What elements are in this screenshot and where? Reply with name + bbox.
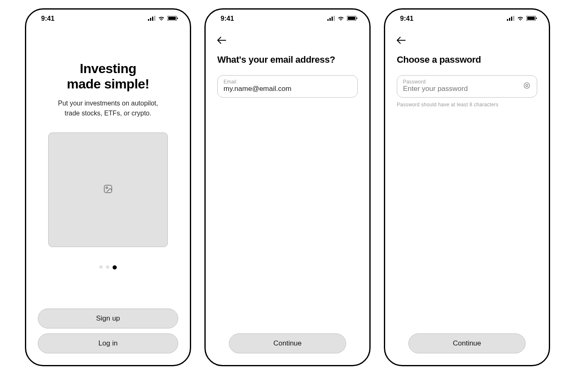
status-bar: 9:41 <box>385 10 549 28</box>
password-heading: Choose a password <box>397 54 537 65</box>
email-input[interactable] <box>224 85 351 93</box>
svg-rect-14 <box>348 17 355 20</box>
svg-rect-15 <box>356 17 357 19</box>
svg-rect-10 <box>329 18 331 21</box>
back-button[interactable] <box>397 35 408 47</box>
svg-rect-1 <box>150 18 151 21</box>
subtitle-line-2: trade stocks, ETFs, or crypto. <box>65 110 152 117</box>
back-button[interactable] <box>217 35 229 47</box>
svg-point-24 <box>526 85 528 87</box>
password-label: Password <box>403 79 531 85</box>
title-line-2: made simple! <box>67 76 150 91</box>
eye-icon <box>523 84 531 91</box>
password-screen: 9:41 Choose a password Password <box>384 8 550 366</box>
status-bar: 9:41 <box>26 10 190 28</box>
svg-rect-19 <box>513 16 514 21</box>
login-button[interactable]: Log in <box>38 333 178 353</box>
dot-3-active[interactable] <box>113 265 117 270</box>
svg-rect-11 <box>332 17 333 21</box>
svg-rect-3 <box>154 16 155 21</box>
status-time: 9:41 <box>41 15 54 22</box>
status-bar: 9:41 <box>206 10 369 28</box>
email-heading: What's your email address? <box>217 54 358 65</box>
svg-rect-18 <box>511 17 512 21</box>
status-time: 9:41 <box>400 15 413 22</box>
battery-icon <box>167 15 178 22</box>
svg-point-8 <box>106 187 108 189</box>
svg-rect-17 <box>509 18 510 21</box>
svg-rect-16 <box>507 19 508 21</box>
image-icon <box>103 184 113 196</box>
password-field-container[interactable]: Password <box>397 75 537 98</box>
svg-rect-12 <box>334 16 335 21</box>
svg-rect-22 <box>536 17 537 19</box>
continue-button[interactable]: Continue <box>408 333 526 353</box>
show-password-button[interactable] <box>523 81 531 91</box>
battery-icon <box>347 15 358 22</box>
email-screen: 9:41 What's your email address? Email C <box>204 8 371 366</box>
signal-icon <box>148 15 155 22</box>
password-input[interactable] <box>403 85 531 93</box>
signup-button[interactable]: Sign up <box>38 309 178 328</box>
signal-icon <box>507 15 514 22</box>
svg-rect-9 <box>327 19 329 21</box>
arrow-left-icon <box>397 37 406 46</box>
svg-rect-6 <box>177 17 178 19</box>
svg-point-23 <box>524 83 529 88</box>
status-icons <box>507 15 537 22</box>
battery-icon <box>526 15 537 22</box>
wifi-icon <box>337 15 344 22</box>
svg-rect-0 <box>148 19 149 21</box>
continue-button[interactable]: Continue <box>229 333 346 353</box>
email-label: Email <box>224 79 351 85</box>
dot-2[interactable] <box>106 265 109 269</box>
status-icons <box>327 15 358 22</box>
wifi-icon <box>158 15 165 22</box>
onboarding-title: Investing made simple! <box>38 61 178 92</box>
svg-rect-2 <box>152 17 153 21</box>
status-icons <box>148 15 178 22</box>
svg-rect-21 <box>527 17 535 20</box>
wifi-icon <box>517 15 524 22</box>
onboarding-subtitle: Put your investments on autopilot, trade… <box>38 98 178 118</box>
status-time: 9:41 <box>221 15 234 22</box>
title-line-1: Investing <box>80 61 136 76</box>
onboarding-screen: 9:41 Investing made simple! Put your inv… <box>25 8 191 366</box>
dot-1[interactable] <box>99 265 103 269</box>
email-field-container[interactable]: Email <box>217 75 358 98</box>
password-hint: Password should have at least 8 characte… <box>397 102 537 108</box>
subtitle-line-1: Put your investments on autopilot, <box>58 100 158 107</box>
signal-icon <box>327 15 335 22</box>
arrow-left-icon <box>217 37 226 46</box>
onboarding-image-placeholder <box>48 132 168 247</box>
pagination-dots <box>38 265 178 270</box>
svg-rect-5 <box>168 17 176 20</box>
